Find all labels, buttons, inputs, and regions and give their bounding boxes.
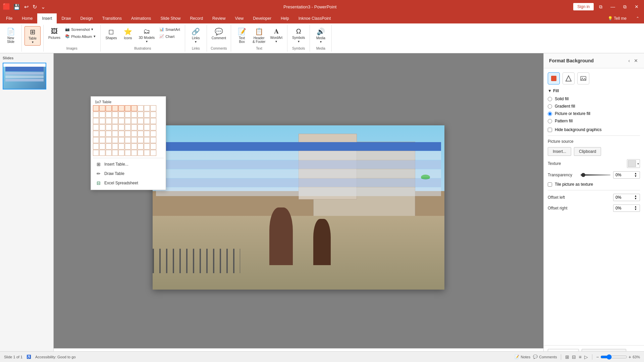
grid-cell-1-1[interactable] bbox=[99, 112, 105, 118]
tab-help[interactable]: Help bbox=[276, 13, 294, 23]
grid-cell-7-7[interactable] bbox=[138, 150, 144, 156]
grid-cell-7-8[interactable] bbox=[144, 150, 150, 156]
grid-cell-4-1[interactable] bbox=[99, 131, 105, 137]
fill-picture-type-icon[interactable] bbox=[577, 72, 589, 84]
grid-cell-6-7[interactable] bbox=[138, 143, 144, 149]
transparency-thumb[interactable] bbox=[581, 173, 585, 177]
grid-cell-0-4[interactable] bbox=[118, 105, 124, 111]
reading-view-button[interactable]: ≡ bbox=[579, 354, 581, 360]
zoom-out-button[interactable]: − bbox=[596, 354, 599, 360]
close-button[interactable]: ✕ bbox=[632, 3, 641, 11]
hide-background-checkbox[interactable] bbox=[548, 128, 552, 132]
pattern-fill-option[interactable]: Pattern fill bbox=[548, 119, 640, 123]
grid-cell-4-5[interactable] bbox=[125, 131, 131, 137]
offset-right-down-button[interactable]: ▼ bbox=[634, 208, 638, 211]
picture-fill-radio[interactable] bbox=[548, 112, 552, 116]
shapes-button[interactable]: ◻ Shapes bbox=[103, 26, 119, 41]
3d-models-button[interactable]: 🗂 3D Models ▾ bbox=[137, 26, 157, 45]
table-grid-selector[interactable] bbox=[93, 105, 164, 156]
grid-cell-4-8[interactable] bbox=[144, 131, 150, 137]
grid-cell-7-0[interactable] bbox=[93, 150, 99, 156]
grid-cell-4-4[interactable] bbox=[118, 131, 124, 137]
grid-cell-2-7[interactable] bbox=[138, 118, 144, 124]
tab-inknoe[interactable]: Inknoe ClassPoint bbox=[294, 13, 336, 23]
grid-cell-6-6[interactable] bbox=[131, 143, 137, 149]
transparency-down-button[interactable]: ▼ bbox=[634, 175, 638, 178]
draw-table-item[interactable]: ✏ Draw Table bbox=[93, 169, 164, 178]
fill-section-header[interactable]: ▼ Fill bbox=[548, 88, 640, 93]
tab-animations[interactable]: Animations bbox=[126, 13, 156, 23]
transparency-slider[interactable] bbox=[581, 174, 610, 176]
fill-pattern-type-icon[interactable] bbox=[562, 72, 575, 84]
tab-slideshow[interactable]: Slide Show bbox=[156, 13, 185, 23]
grid-cell-6-5[interactable] bbox=[125, 143, 131, 149]
grid-cell-3-0[interactable] bbox=[93, 124, 99, 130]
tab-view[interactable]: View bbox=[230, 13, 248, 23]
zoom-in-button[interactable]: + bbox=[629, 354, 631, 360]
grid-cell-6-3[interactable] bbox=[112, 143, 118, 149]
clipboard-button[interactable]: Clipboard bbox=[574, 147, 601, 156]
grid-cell-1-5[interactable] bbox=[125, 112, 131, 118]
grid-cell-7-3[interactable] bbox=[112, 150, 118, 156]
grid-cell-4-0[interactable] bbox=[93, 131, 99, 137]
tell-me-button[interactable]: 💡 Tell me bbox=[603, 13, 631, 23]
grid-cell-1-8[interactable] bbox=[144, 112, 150, 118]
grid-cell-2-4[interactable] bbox=[118, 118, 124, 124]
tile-texture-option[interactable]: Tile picture as texture bbox=[548, 182, 640, 187]
header-footer-button[interactable]: 📋 Header & Footer bbox=[251, 26, 267, 45]
grid-cell-2-9[interactable] bbox=[150, 118, 156, 124]
grid-cell-6-2[interactable] bbox=[106, 143, 112, 149]
grid-cell-2-0[interactable] bbox=[93, 118, 99, 124]
tab-home[interactable]: Home bbox=[17, 13, 37, 23]
picture-fill-option[interactable]: Picture or texture fill bbox=[548, 111, 640, 116]
wordart-button[interactable]: 𝐀 WordArt ▾ bbox=[268, 26, 284, 45]
tab-transitions[interactable]: Transitions bbox=[98, 13, 126, 23]
tab-review[interactable]: Review bbox=[208, 13, 230, 23]
pictures-button[interactable]: 🖼 Pictures bbox=[46, 26, 62, 41]
grid-cell-5-8[interactable] bbox=[144, 137, 150, 143]
grid-cell-2-2[interactable] bbox=[106, 118, 112, 124]
solid-fill-radio[interactable] bbox=[548, 97, 552, 101]
links-button[interactable]: 🔗 Links ▾ bbox=[188, 26, 204, 45]
panel-back-button[interactable]: ‹ bbox=[628, 57, 631, 64]
grid-cell-2-6[interactable] bbox=[131, 118, 137, 124]
undo-button[interactable]: ↩ bbox=[23, 3, 30, 11]
grid-cell-5-7[interactable] bbox=[138, 137, 144, 143]
grid-cell-7-6[interactable] bbox=[131, 150, 137, 156]
tab-record[interactable]: Record bbox=[185, 13, 208, 23]
normal-view-button[interactable]: ⊞ bbox=[565, 354, 569, 360]
new-slide-button[interactable]: 📄 New Slide bbox=[3, 26, 19, 45]
grid-cell-4-3[interactable] bbox=[112, 131, 118, 137]
hide-background-graphics-option[interactable]: Hide background graphics bbox=[548, 127, 640, 132]
grid-cell-3-4[interactable] bbox=[118, 124, 124, 130]
grid-cell-3-5[interactable] bbox=[125, 124, 131, 130]
grid-cell-5-0[interactable] bbox=[93, 137, 99, 143]
grid-cell-7-4[interactable] bbox=[118, 150, 124, 156]
insert-picture-button[interactable]: Insert... bbox=[548, 147, 571, 156]
grid-cell-3-6[interactable] bbox=[131, 124, 137, 130]
grid-cell-0-7[interactable] bbox=[138, 105, 144, 111]
maximize-button[interactable]: ⧉ bbox=[621, 3, 629, 11]
slideshow-button[interactable]: ▷ bbox=[584, 354, 588, 360]
grid-cell-2-8[interactable] bbox=[144, 118, 150, 124]
panel-close-button[interactable]: ✕ bbox=[633, 57, 639, 64]
grid-cell-7-5[interactable] bbox=[125, 150, 131, 156]
save-button[interactable]: 💾 bbox=[12, 3, 21, 11]
grid-cell-0-3[interactable] bbox=[112, 105, 118, 111]
offset-left-down-button[interactable]: ▼ bbox=[634, 197, 638, 200]
tab-insert[interactable]: Insert bbox=[37, 13, 57, 23]
grid-cell-4-7[interactable] bbox=[138, 131, 144, 137]
grid-cell-1-0[interactable] bbox=[93, 112, 99, 118]
tile-texture-checkbox[interactable] bbox=[548, 182, 552, 187]
grid-cell-6-9[interactable] bbox=[150, 143, 156, 149]
grid-cell-2-1[interactable] bbox=[99, 118, 105, 124]
grid-cell-7-9[interactable] bbox=[150, 150, 156, 156]
fill-solid-type-icon[interactable] bbox=[548, 72, 560, 84]
grid-cell-2-5[interactable] bbox=[125, 118, 131, 124]
grid-cell-0-8[interactable] bbox=[144, 105, 150, 111]
grid-cell-6-4[interactable] bbox=[118, 143, 124, 149]
grid-cell-4-6[interactable] bbox=[131, 131, 137, 137]
sign-in-button[interactable]: Sign in bbox=[573, 3, 594, 10]
texture-selector[interactable]: ▾ bbox=[627, 159, 640, 168]
grid-cell-0-2[interactable] bbox=[106, 105, 112, 111]
